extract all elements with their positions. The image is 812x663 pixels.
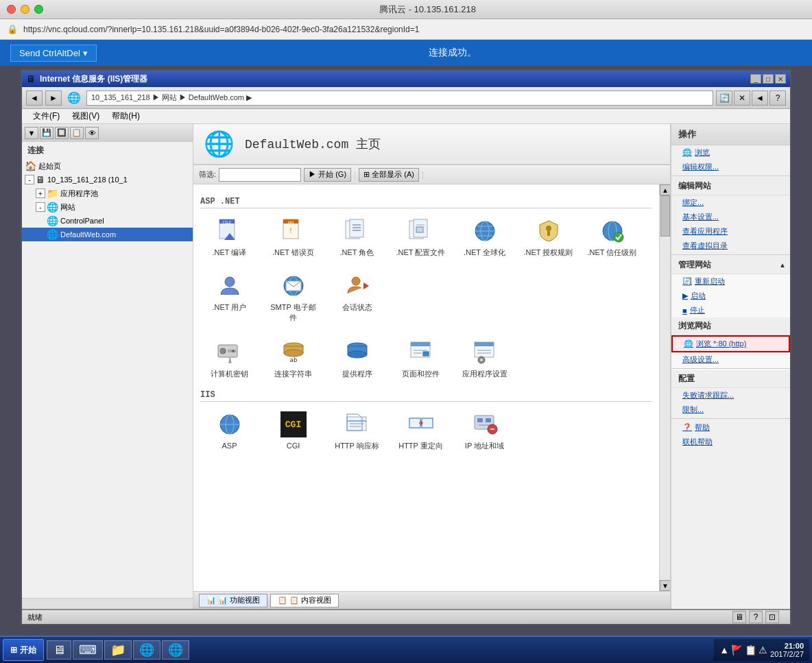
- right-link-start[interactable]: ▶ 启动: [671, 289, 790, 303]
- right-link-help[interactable]: ❓ 帮助: [671, 420, 790, 435]
- expand-icon-sites[interactable]: -: [36, 202, 45, 212]
- icon-cgi[interactable]: CGI CGI: [264, 406, 322, 455]
- sidebar-tool-btn-5[interactable]: 👁: [85, 127, 99, 139]
- right-link-binding[interactable]: 绑定...: [671, 195, 790, 210]
- scroll-up-arrow[interactable]: ▲: [660, 184, 670, 195]
- taskbar-item-4[interactable]: 🌐: [133, 640, 160, 660]
- taskbar-item-2[interactable]: ⌨: [73, 640, 103, 660]
- tray-icon-expand[interactable]: ▲: [719, 644, 729, 655]
- send-ctrlaltdel-button[interactable]: Send CtrlAltDel ▾: [10, 45, 97, 62]
- nav-help-button[interactable]: ?: [769, 91, 786, 106]
- content-bottom-tabs: 📊 📊 功能视图 📋 📋 内容视图: [193, 591, 670, 609]
- start-button[interactable]: ⊞ 开始: [3, 639, 44, 661]
- mac-minimize-button[interactable]: [21, 5, 29, 14]
- filter-input[interactable]: [219, 168, 301, 182]
- icon-machine-key[interactable]: 计算机密钥: [200, 334, 259, 383]
- right-link-edit-permissions[interactable]: 编辑权限...: [671, 160, 790, 174]
- browser-url[interactable]: https://vnc.qcloud.com/?innerlp=10.135.1…: [23, 25, 419, 34]
- expand-icon-server[interactable]: -: [25, 175, 34, 184]
- expand-icon-apppools[interactable]: +: [36, 189, 45, 198]
- show-all-button[interactable]: ⊞ 全部显示 (A): [359, 168, 419, 182]
- nav-back-button[interactable]: ◄: [26, 91, 43, 106]
- right-link-limit[interactable]: 限制...: [671, 402, 790, 417]
- right-link-basic-settings[interactable]: 基本设置...: [671, 210, 790, 224]
- iis-restore-button[interactable]: □: [763, 74, 774, 84]
- nav-address-text: 10_135_161_218 ▶ 网站 ▶ DefaultWeb.com ▶: [91, 93, 252, 103]
- icon-net-user[interactable]: .NET 用户: [200, 267, 259, 327]
- tab-feature-view[interactable]: 📊 📊 功能视图: [199, 594, 267, 607]
- icon-net-compile[interactable]: FILE .NET 编译: [200, 213, 259, 262]
- sidebar-scrollbar[interactable]: [22, 598, 193, 609]
- nav-forward-button[interactable]: ►: [45, 91, 62, 106]
- right-link-view-vdirs[interactable]: 查看虚拟目录: [671, 239, 790, 253]
- icon-app-settings[interactable]: 应用程序设置: [455, 334, 514, 383]
- scroll-thumb[interactable]: [660, 195, 670, 237]
- tray-icon-flag[interactable]: 🚩: [731, 644, 743, 655]
- icon-provider[interactable]: 提供程序: [328, 334, 386, 383]
- mac-maximize-button[interactable]: [34, 5, 43, 14]
- tab-content-view[interactable]: 📋 📋 内容视图: [270, 594, 339, 607]
- nav-stop-button[interactable]: ✕: [734, 91, 750, 106]
- nav-right-buttons[interactable]: 🔄 ✕ ◄ ?: [716, 91, 786, 106]
- right-link-online-help[interactable]: 联机帮助: [671, 435, 790, 449]
- tray-icon-clipboard[interactable]: 📋: [745, 644, 756, 655]
- status-btn-1[interactable]: 🖥: [732, 611, 746, 623]
- iis-minimize-button[interactable]: _: [750, 74, 761, 84]
- iis-close-button[interactable]: ✕: [775, 74, 786, 84]
- taskbar-icon-4: 🌐: [139, 642, 154, 658]
- sidebar-item-sites[interactable]: - 🌐 网站: [22, 200, 193, 214]
- right-link-view-apps[interactable]: 查看应用程序: [671, 224, 790, 239]
- icon-net-global[interactable]: .NET 全球化: [455, 213, 514, 262]
- sidebar-item-server[interactable]: - 🖥 10_135_161_218 (10_1: [22, 173, 193, 186]
- scroll-down-arrow[interactable]: ▼: [660, 580, 670, 591]
- nav-refresh-button[interactable]: 🔄: [716, 91, 732, 106]
- sidebar-item-controlpanel[interactable]: 🌐 ControlPanel: [22, 214, 193, 228]
- icon-http-response[interactable]: HTTP 响应标: [328, 406, 386, 455]
- mac-window-controls[interactable]: [7, 5, 43, 14]
- taskbar-item-1[interactable]: 🖥: [47, 640, 71, 660]
- sidebar-tool-btn-1[interactable]: ▼: [25, 127, 38, 139]
- icon-net-role[interactable]: .NET 角色: [328, 213, 386, 262]
- right-link-failed-req[interactable]: 失败请求跟踪...: [671, 388, 790, 402]
- icon-ip-domain[interactable]: IP 地址和域: [455, 406, 514, 455]
- sidebar-tool-btn-4[interactable]: 📋: [70, 127, 84, 139]
- icon-net-trust[interactable]: .NET 信任级别: [583, 213, 641, 262]
- right-link-browse[interactable]: 🌐 浏览: [671, 145, 790, 160]
- nav-address-bar[interactable]: 10_135_161_218 ▶ 网站 ▶ DefaultWeb.com ▶: [86, 91, 713, 106]
- right-link-stop[interactable]: ■ 停止: [671, 303, 790, 317]
- menu-file[interactable]: 文件(F): [27, 109, 65, 123]
- menu-help[interactable]: 帮助(H): [106, 109, 145, 123]
- taskbar-item-5[interactable]: 🌐: [162, 640, 189, 660]
- icon-net-config[interactable]: .NET 配置文件: [392, 213, 450, 262]
- menu-view[interactable]: 视图(V): [67, 109, 105, 123]
- sidebar-item-apppools[interactable]: + 📁 应用程序池: [22, 186, 193, 200]
- right-link-browse-80[interactable]: 🌐 浏览 *:80 (http): [671, 335, 790, 352]
- iis-window-buttons[interactable]: _ □ ✕: [750, 74, 786, 84]
- mac-close-button[interactable]: [7, 5, 16, 14]
- icon-connection-string[interactable]: ab 连接字符串: [264, 334, 322, 383]
- icon-smtp-email[interactable]: SMTP 电子邮件: [264, 267, 322, 327]
- right-link-advanced-settings[interactable]: 高级设置...: [671, 352, 790, 367]
- content-scrollbar[interactable]: ▲ ▼: [659, 184, 670, 591]
- tray-icon-warning[interactable]: ⚠: [759, 644, 767, 655]
- sidebar-item-defaultweb[interactable]: 🌐 DefaultWeb.com: [22, 228, 193, 241]
- icon-net-error[interactable]: 404 ! .NET 错误页: [264, 213, 322, 262]
- status-btn-3[interactable]: ⊡: [765, 611, 779, 623]
- icon-session-state[interactable]: 会话状态: [328, 267, 386, 327]
- system-clock[interactable]: 21:00 2017/2/27: [770, 642, 804, 658]
- icon-net-auth[interactable]: .NET 授权规则: [519, 213, 577, 262]
- right-link-restart[interactable]: 🔄 重新启动: [671, 274, 790, 289]
- machine-key-icon: [216, 339, 243, 366]
- nav-back2-button[interactable]: ◄: [752, 91, 768, 106]
- sidebar-tool-btn-3[interactable]: 🔲: [55, 127, 69, 139]
- scroll-track[interactable]: [660, 195, 670, 580]
- icon-pages-controls[interactable]: 页面和控件: [392, 334, 450, 383]
- start-filter-button[interactable]: ▶ 开始 (G): [304, 168, 351, 182]
- icon-http-redirect[interactable]: HTTP 重定向: [392, 406, 450, 455]
- status-btn-2[interactable]: ?: [749, 611, 763, 623]
- manage-site-toggle[interactable]: ▲: [779, 261, 786, 269]
- icon-asp[interactable]: ASP: [200, 406, 259, 455]
- taskbar-item-3[interactable]: 📁: [104, 640, 132, 660]
- sidebar-tool-btn-2[interactable]: 💾: [40, 127, 53, 139]
- sidebar-item-home[interactable]: 🏠 起始页: [22, 159, 193, 173]
